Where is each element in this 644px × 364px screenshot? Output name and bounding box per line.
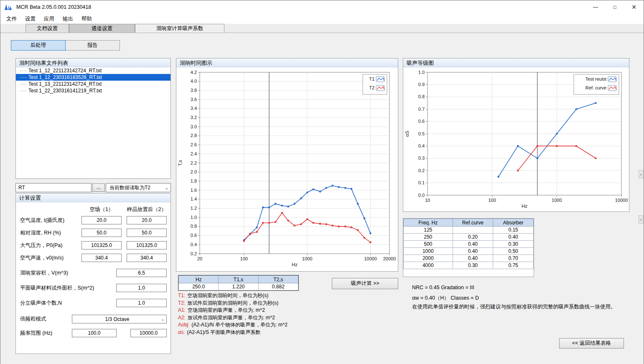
rating-table-cell: 0.40	[453, 241, 493, 248]
field-input[interactable]	[116, 284, 167, 292]
subtab-postprocess[interactable]: 后处理	[11, 40, 66, 51]
field-input-col1[interactable]	[81, 241, 122, 249]
menu-item-1[interactable]: 设置	[21, 15, 40, 23]
svg-text:3.6: 3.6	[191, 97, 197, 102]
calc-body: 空场（1）样品放置后（2）空气温度, t(摄氏度)相对湿度, RH (%)大气压…	[16, 202, 171, 354]
field-input-col1[interactable]	[81, 216, 122, 224]
svg-text:1000: 1000	[552, 198, 562, 203]
definition-line: A2:放试件后混响室的吸声量，单位为: m^2	[178, 314, 345, 322]
tab-reverberation-absorption[interactable]: 混响室计算吸声系数	[135, 24, 224, 33]
rt-cursor-table: HzT1,sT2,s250.01.2200.882	[178, 275, 299, 291]
rating-table-cell: 0.30	[453, 262, 493, 269]
menu-item-3[interactable]: 输出	[59, 15, 77, 23]
field-input-col1[interactable]	[81, 254, 122, 262]
rt-table-header: T1,s	[219, 276, 258, 283]
freq-max-input[interactable]	[130, 329, 167, 337]
field-input[interactable]	[116, 299, 167, 307]
field-input-col2[interactable]	[127, 216, 167, 224]
freq-range-label: 频率范围 (Hz)	[20, 329, 52, 337]
definition-line: T1:空场混响室的混响时间，单位为秒(s)	[178, 292, 345, 300]
rating-table-cell: 4000	[404, 262, 453, 269]
menu-item-0[interactable]: 文件	[2, 15, 21, 23]
svg-text:0.6: 0.6	[191, 233, 197, 238]
definition-line: A1:空场混响室的吸声量，单位为: m^2	[178, 307, 345, 314]
rt-table-row: 250.01.2200.882	[179, 283, 298, 290]
file-list-item[interactable]: Test 1_12_230316183526_RT.txt	[16, 74, 171, 81]
browse-button[interactable]: ...	[92, 183, 105, 192]
rating-table-cell: 0.40	[453, 248, 493, 255]
rating-table-cell: 0.20	[453, 234, 493, 241]
tab-document-settings[interactable]: 文档设置	[25, 24, 69, 33]
note-text: 在使用此单值评价量的时候，强烈建议与按照标准获得的完整的吸声系数曲线一块使用。	[412, 303, 629, 311]
octave-mode-label: 倍频程模式	[20, 315, 46, 323]
app-logo-icon	[5, 3, 13, 11]
svg-text:20: 20	[197, 256, 202, 261]
definition-key: A2:	[178, 315, 186, 321]
definition-text: (A2-A1)/S 平面吸声体的吸声系数	[187, 329, 260, 335]
rating-table-cell: 0.30	[493, 241, 534, 248]
rt-name-input[interactable]	[15, 183, 92, 192]
svg-text:T1: T1	[369, 76, 374, 81]
svg-text:0.4: 0.4	[191, 242, 197, 247]
definition-text: (A2-A1)/N 单个物体的吸声量，单位为: m^2	[191, 322, 288, 328]
menu-item-4[interactable]: 帮助	[77, 15, 96, 23]
file-list-item[interactable]: Test 1_22_230316141219_RT.txt	[16, 87, 171, 94]
definitions-list: T1:空场混响室的混响时间，单位为秒(s)T2:放试件后混响室的混响时间，单位为…	[178, 292, 345, 336]
svg-text:3.8: 3.8	[191, 88, 197, 93]
octave-mode-dropdown[interactable]: 1/3 Octave⌄	[72, 315, 167, 323]
svg-text:1.0: 1.0	[418, 70, 425, 75]
rating-table-header: Ref.curve	[453, 219, 493, 227]
field-input-col1[interactable]	[81, 229, 122, 237]
file-list[interactable]: Test 1_12_221123142724_RT.txtTest 1_12_2…	[16, 67, 171, 178]
subtab-report[interactable]: 报告	[65, 40, 120, 51]
tab-channel-settings[interactable]: 通道设置	[69, 24, 135, 33]
data-read-dropdown[interactable]: 当前数据读取为T2 ⌄	[106, 183, 171, 192]
field-input-col2[interactable]	[127, 229, 167, 237]
definition-key: A1:	[178, 307, 186, 313]
rating-table-cell	[453, 227, 493, 234]
field-label: 混响室容积，V(m^3)	[20, 269, 68, 277]
rt-table-header: T2,s	[258, 276, 298, 283]
tree-branch-icon	[20, 84, 27, 84]
file-list-item-label: Test 1_12_221123142724_RT.txt	[28, 68, 102, 74]
svg-text:0.2: 0.2	[418, 168, 425, 173]
rating-chart-panel: 吸声等级图 0.00.10.20.30.40.50.60.70.80.91.01…	[403, 58, 629, 212]
absorb-calc-button[interactable]: 吸声计算 >>	[332, 278, 398, 289]
svg-text:0.4: 0.4	[418, 143, 425, 148]
file-list-item[interactable]: Test 1_13_221123142724_RT.txt	[16, 81, 171, 87]
maximize-button[interactable]: □	[605, 0, 624, 14]
rating-table-cell: 0.40	[453, 255, 493, 262]
minimize-button[interactable]: —	[586, 0, 605, 14]
rating-chart-title: 吸声等级图	[403, 59, 629, 67]
file-list-item-label: Test 1_12_230316183526_RT.txt	[28, 74, 102, 80]
svg-text:100: 100	[240, 256, 248, 261]
field-input-col2[interactable]	[127, 254, 167, 262]
file-list-item[interactable]: Test 1_12_221123142724_RT.txt	[16, 67, 171, 74]
field-label: 相对湿度, RH (%)	[20, 229, 61, 237]
field-input[interactable]	[116, 269, 167, 277]
rt-chart[interactable]: 0.20.40.60.81.01.21.41.61.82.02.22.42.62…	[176, 67, 398, 270]
return-results-button[interactable]: << 返回结果表格	[559, 338, 624, 349]
file-list-item-label: Test 1_22_230316141219_RT.txt	[28, 88, 102, 94]
rating-table-cell: 0.15	[493, 227, 534, 234]
close-button[interactable]: ✕	[624, 0, 644, 14]
definition-key: T2:	[178, 300, 185, 306]
rating-chart[interactable]: 0.00.10.20.30.40.50.60.70.80.91.01010010…	[403, 67, 629, 211]
svg-text:0.2: 0.2	[191, 251, 197, 256]
definition-key: Aobj:	[178, 322, 189, 328]
chevron-down-icon: ⌄	[163, 184, 170, 191]
definition-key: αs:	[178, 329, 185, 335]
freq-min-input[interactable]	[72, 329, 117, 337]
app-window: MCR Beta 2.05.0.001 20230418 — □ ✕ 文件设置应…	[0, 0, 644, 364]
rt-table-cell: 1.220	[219, 283, 258, 290]
svg-text:0.8: 0.8	[191, 224, 197, 229]
collapse-handle-top[interactable]: ‹	[639, 170, 643, 178]
field-input-col2[interactable]	[127, 241, 167, 249]
menu-item-2[interactable]: 应用	[40, 15, 59, 23]
field-label: 分立吸声体个数,N	[20, 299, 62, 307]
window-title: MCR Beta 2.05.0.001 20230418	[16, 4, 91, 10]
collapse-handle-bottom[interactable]: ‹	[639, 215, 643, 224]
subtabs: 后处理报告	[11, 40, 120, 51]
chevron-down-icon: ⌄	[159, 316, 166, 323]
calc-settings-title: 计算设置	[16, 193, 171, 202]
